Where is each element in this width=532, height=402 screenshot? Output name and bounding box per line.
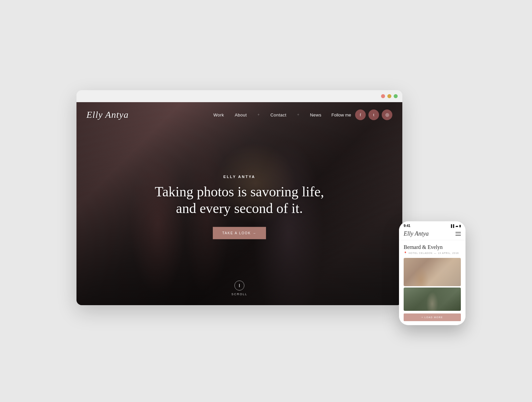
hamburger-line-3	[456, 235, 461, 236]
mobile-statusbar: 9:41 ▐▐ ☁ ▮	[399, 221, 466, 229]
nav-work[interactable]: Work	[213, 112, 224, 117]
battery-icon: ▮	[459, 224, 461, 228]
browser-content: Elly Antya Work About + Contact + News F…	[76, 102, 402, 305]
nav-links: Work About + Contact + News	[213, 112, 322, 117]
nav-contact[interactable]: Contact	[270, 112, 286, 117]
dot-green	[394, 94, 398, 98]
mobile-content: Bernard & Evelyn 📍 HOTEL CELADON — 13 AP…	[399, 240, 466, 325]
site-logo: Elly Antya	[86, 109, 129, 120]
window-controls	[381, 94, 398, 98]
pin-icon: 📍	[404, 252, 407, 255]
mobile-status-icons: ▐▐ ☁ ▮	[450, 224, 461, 228]
scroll-circle	[234, 281, 244, 291]
location-text: HOTEL CELADON	[409, 252, 433, 254]
cta-button[interactable]: TAKE A LOOK →	[213, 227, 266, 239]
mobile-photo-1	[404, 258, 461, 286]
mobile-location: 📍 HOTEL CELADON — 13 APRIL, 2016	[404, 252, 461, 255]
date-text: 13 APRIL, 2016	[438, 252, 459, 254]
signal-icon: ▐▐	[450, 224, 454, 228]
hamburger-line-2	[456, 234, 461, 234]
mobile-time: 9:41	[404, 224, 410, 228]
hamburger-line-1	[456, 232, 461, 233]
social-icons: f t ◎	[355, 109, 392, 120]
hero-content: ELLY ANTYA Taking photos is savoring lif…	[140, 175, 339, 239]
scene: Elly Antya Work About + Contact + News F…	[76, 70, 456, 332]
wifi-icon: ☁	[455, 224, 458, 228]
location-dash: —	[434, 252, 437, 254]
instagram-icon[interactable]: ◎	[382, 109, 392, 120]
hero-eyebrow: ELLY ANTYA	[140, 175, 339, 179]
mobile-logo: Elly Antya	[404, 230, 429, 237]
scroll-indicator: SCROLL	[231, 281, 247, 296]
mobile-header: Elly Antya	[399, 229, 466, 240]
twitter-icon[interactable]: t	[368, 109, 379, 120]
nav-separator-2: +	[297, 112, 299, 117]
load-more-button[interactable]: + LOAD MORE	[404, 313, 461, 321]
follow-label: Follow me	[332, 112, 351, 117]
dot-red	[381, 94, 385, 98]
scroll-label: SCROLL	[231, 293, 247, 296]
desktop-titlebar	[76, 90, 402, 102]
nav-about[interactable]: About	[235, 112, 247, 117]
facebook-icon[interactable]: f	[355, 109, 366, 120]
hero-nav: Elly Antya Work About + Contact + News F…	[76, 102, 402, 127]
mobile-couple-name: Bernard & Evelyn	[404, 244, 461, 250]
scroll-line	[239, 284, 240, 287]
mobile-mockup: 9:41 ▐▐ ☁ ▮ Elly Antya Bernard & Evelyn …	[399, 221, 466, 325]
mobile-photo-2	[404, 288, 461, 311]
dot-yellow	[387, 94, 391, 98]
desktop-mockup: Elly Antya Work About + Contact + News F…	[76, 90, 402, 305]
hamburger-menu[interactable]	[456, 232, 461, 236]
hero-headline: Taking photos is savoring life,and every…	[140, 183, 339, 217]
nav-news[interactable]: News	[310, 112, 322, 117]
nav-separator-1: +	[257, 112, 260, 117]
